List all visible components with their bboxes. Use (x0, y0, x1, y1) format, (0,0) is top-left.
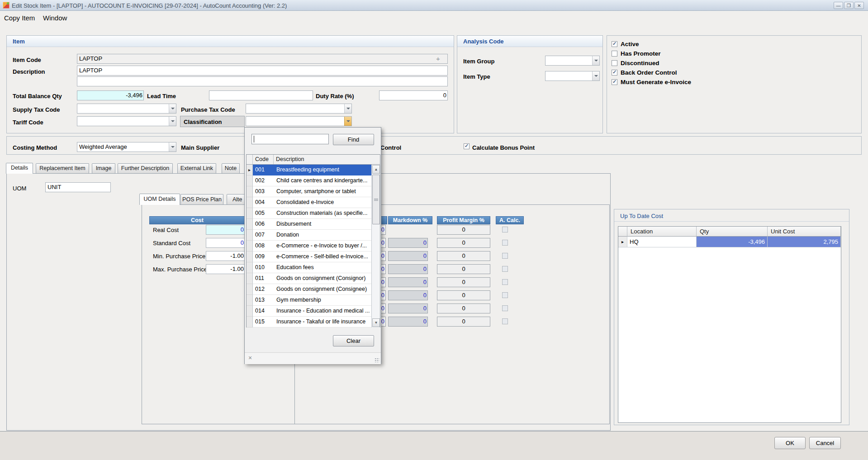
classification-option-007[interactable]: 007Donation (247, 230, 372, 241)
back-order-control-checkbox[interactable] (612, 70, 617, 76)
profit-margin-field[interactable]: 0 (437, 277, 490, 287)
a-calc-checkbox[interactable] (502, 227, 508, 232)
profit-margin-field[interactable]: 0 (437, 264, 490, 274)
utdc-unit-cost-cell[interactable]: 2,795 (768, 237, 841, 247)
a-calc-checkbox[interactable] (502, 318, 508, 324)
chevron-down-icon[interactable] (592, 71, 599, 81)
popup-search-input[interactable] (251, 134, 329, 144)
profit-margin-field[interactable]: 0 (437, 238, 490, 248)
chevron-down-icon[interactable] (169, 142, 176, 152)
cancel-button[interactable]: Cancel (809, 437, 841, 449)
lead-time-field[interactable] (209, 90, 313, 100)
chevron-down-icon[interactable] (344, 104, 351, 113)
a-calc-checkbox[interactable] (502, 279, 508, 285)
minimize-button[interactable]: — (834, 2, 843, 9)
costing-method-combo[interactable]: Weighted Average (77, 142, 176, 152)
description-column-header[interactable]: Description (274, 155, 372, 164)
classification-option-014[interactable]: 014Insurance - Education and medical ... (247, 306, 372, 317)
classification-option-010[interactable]: 010Education fees (247, 262, 372, 273)
a-calc-checkbox[interactable] (502, 305, 508, 311)
item-code-field[interactable]: LAPTOP (77, 54, 448, 64)
utdc-qty-cell[interactable]: -3,496 (697, 237, 768, 247)
chevron-down-icon[interactable] (169, 117, 176, 126)
calculate-bonus-point-checkbox[interactable] (464, 143, 470, 149)
chevron-down-icon[interactable] (169, 104, 176, 113)
tab-replacement-item[interactable]: Replacement Item (36, 163, 89, 173)
a-calc-checkbox[interactable] (502, 292, 508, 298)
classification-option-006[interactable]: 006Disbursement (247, 219, 372, 230)
classification-option-013[interactable]: 013Gym membership (247, 295, 372, 306)
scroll-up-icon[interactable]: ▲ (372, 165, 380, 174)
resize-grip-icon[interactable] (375, 358, 379, 362)
popup-close-icon[interactable]: × (248, 354, 252, 361)
real-cost-field[interactable]: 0 (206, 225, 245, 235)
tab-pos-price-plan[interactable]: POS Price Plan (180, 194, 223, 204)
description-field-line2[interactable] (77, 76, 448, 86)
tab-external-link[interactable]: External Link (177, 163, 216, 173)
markdown-field[interactable]: 0 (388, 277, 428, 287)
tab-uom-details[interactable]: UOM Details (139, 194, 180, 205)
classification-option-002[interactable]: 002Child care centres and kindergarte... (247, 175, 372, 186)
markdown-field[interactable]: 0 (388, 251, 428, 261)
description-field[interactable]: LAPTOP (77, 66, 448, 76)
purchase-tax-code-combo[interactable] (246, 104, 352, 114)
menu-copy-item[interactable]: Copy Item (4, 14, 35, 22)
chevron-down-icon[interactable] (344, 117, 351, 126)
clear-button[interactable]: Clear (333, 335, 374, 346)
utdc-unit-cost-header[interactable]: Unit Cost (768, 227, 841, 237)
utdc-location-header[interactable]: Location (627, 227, 697, 237)
a-calc-checkbox[interactable] (502, 266, 508, 272)
utdc-location-cell[interactable]: HQ (627, 237, 697, 247)
markdown-field[interactable]: 0 (388, 238, 428, 248)
profit-margin-field[interactable]: 0 (437, 317, 490, 327)
duty-rate-field[interactable]: 0 (379, 90, 448, 100)
tariff-code-combo[interactable] (77, 116, 176, 126)
utdc-qty-header[interactable]: Qty (697, 227, 768, 237)
plus-icon[interactable]: + (436, 55, 440, 62)
menu-window[interactable]: Window (43, 14, 67, 22)
classification-option-003[interactable]: 003Computer, smartphone or tablet (247, 186, 372, 197)
markdown-field[interactable]: 0 (388, 264, 428, 274)
scrollbar-thumb[interactable] (372, 175, 380, 224)
find-button[interactable]: Find (333, 134, 374, 145)
tab-details[interactable]: Details (6, 163, 33, 174)
maximize-button[interactable]: ❐ (844, 2, 854, 9)
active-checkbox[interactable] (612, 41, 617, 47)
classification-option-004[interactable]: 004Consolidated e-Invoice (247, 197, 372, 208)
has-promoter-checkbox[interactable] (612, 51, 617, 57)
markdown-field[interactable]: 0 (388, 317, 428, 327)
classification-option-008[interactable]: 008e-Commerce - e-Invoice to buyer /... (247, 241, 372, 251)
a-calc-checkbox[interactable] (502, 240, 508, 246)
max-purchase-price-field[interactable]: -1.00 (206, 264, 245, 274)
code-column-header[interactable]: Code (253, 155, 274, 164)
markdown-field[interactable]: 0 (388, 290, 428, 300)
standard-cost-field[interactable]: 0 (206, 238, 245, 248)
tab-note[interactable]: Note (222, 163, 240, 173)
markdown-field[interactable]: 0 (388, 304, 428, 313)
ok-button[interactable]: OK (774, 437, 806, 449)
profit-margin-field[interactable]: 0 (437, 225, 490, 235)
classification-option-009[interactable]: 009e-Commerce - Self-billed e-Invoice... (247, 251, 372, 262)
item-type-combo[interactable] (545, 71, 600, 81)
must-generate-einvoice-checkbox[interactable] (612, 79, 617, 85)
a-calc-checkbox[interactable] (502, 253, 508, 259)
tab-further-description[interactable]: Further Description (118, 163, 173, 173)
item-group-combo[interactable] (545, 56, 600, 66)
close-button[interactable]: ✕ (854, 2, 864, 9)
discontinued-checkbox[interactable] (612, 60, 617, 66)
vertical-scrollbar[interactable]: ▲ ▼ (371, 165, 380, 327)
profit-margin-field[interactable]: 0 (437, 304, 490, 313)
classification-option-012[interactable]: 012Goods on consignment (Consignee) (247, 284, 372, 295)
supply-tax-code-combo[interactable] (77, 104, 176, 114)
classification-option-011[interactable]: 011Goods on consignment (Consignor) (247, 273, 372, 284)
classification-option-015[interactable]: 015Insurance - Takaful or life insurance (247, 317, 372, 327)
scroll-down-icon[interactable]: ▼ (372, 318, 380, 327)
profit-margin-field[interactable]: 0 (437, 251, 490, 261)
tab-image[interactable]: Image (92, 163, 115, 173)
classification-combo[interactable] (246, 116, 352, 126)
profit-margin-field[interactable]: 0 (437, 290, 490, 300)
uom-field[interactable]: UNIT (45, 182, 111, 192)
classification-option-001[interactable]: ▸001Breastfeeding equipment (247, 165, 372, 175)
chevron-down-icon[interactable] (592, 56, 599, 65)
min-purchase-price-field[interactable]: -1.00 (206, 251, 245, 261)
